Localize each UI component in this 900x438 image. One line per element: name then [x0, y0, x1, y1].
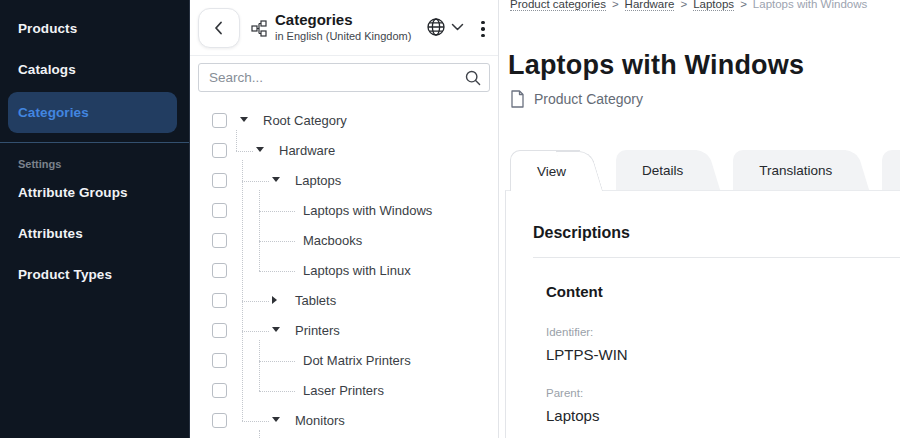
breadcrumb-separator: > — [680, 0, 687, 10]
collapse-toggle-icon[interactable] — [256, 147, 264, 152]
content-block: Content Identifier:LPTPS-WINParent:Lapto… — [533, 258, 900, 424]
content-heading: Content — [546, 283, 900, 300]
main-content: Product categories>Hardware>Laptops>Lapt… — [499, 0, 900, 438]
document-icon — [510, 90, 525, 108]
tree-connector-line — [242, 160, 243, 421]
tree-node-label[interactable]: Laser Printers — [303, 383, 384, 398]
tree-checkbox-root-category[interactable] — [212, 113, 227, 128]
tree-row-laptops-with-linux: Laptops with Linux — [190, 256, 499, 286]
breadcrumb-current: Laptops with Windows — [753, 0, 867, 10]
tree-row-laptops: Laptops — [190, 166, 499, 196]
tree-connector-line — [242, 301, 269, 302]
tree-connector-line — [259, 241, 295, 242]
tree-row-tablets: Tablets — [190, 286, 499, 316]
tree-checkbox-laser-printers[interactable] — [212, 383, 227, 398]
tab-url[interactable]: URL — [882, 150, 900, 190]
field-label-parent: Parent: — [546, 387, 900, 399]
sidebar-item-attributes[interactable]: Attributes — [0, 213, 189, 254]
sidebar-item-categories[interactable]: Categories — [8, 92, 177, 133]
category-tree: Root CategoryHardwareLaptopsLaptops with… — [190, 106, 499, 438]
breadcrumb-link-laptops[interactable]: Laptops — [693, 0, 734, 11]
collapse-toggle-icon[interactable] — [240, 117, 248, 122]
page-subtitle-label: Product Category — [534, 91, 643, 107]
tree-row-printers: Printers — [190, 316, 499, 346]
tree-node-label[interactable]: Dot Matrix Printers — [303, 353, 411, 368]
tab-details[interactable]: Details — [616, 150, 697, 190]
tree-connector-line — [259, 391, 295, 392]
tab-label: Details — [642, 163, 683, 178]
search-icon — [465, 70, 481, 86]
tree-connector-line — [259, 271, 295, 272]
tree-node-label[interactable]: Root Category — [263, 113, 347, 128]
tree-node-label[interactable]: Laptops with Linux — [303, 263, 411, 278]
tab-bar: ViewDetailsTranslationsURL — [510, 150, 900, 191]
tree-connector-line — [242, 331, 269, 332]
tree-checkbox-monitors[interactable] — [212, 413, 227, 428]
tree-node-label[interactable]: Hardware — [279, 143, 335, 158]
tree-connector-line — [242, 421, 269, 422]
tree-checkbox-macbooks[interactable] — [212, 233, 227, 248]
tree-checkbox-laptops-with-windows[interactable] — [212, 203, 227, 218]
globe-icon[interactable] — [426, 17, 446, 37]
tree-node-label[interactable]: Tablets — [295, 293, 336, 308]
tree-node-label[interactable]: Monitors — [295, 413, 345, 428]
collapse-toggle-icon[interactable] — [272, 417, 280, 422]
kebab-menu-icon[interactable] — [477, 17, 489, 41]
tree-panel-titles: Categories in English (United Kingdom) — [275, 11, 425, 43]
sidebar: ProductsCatalogsCategories Settings Attr… — [0, 0, 190, 438]
tree-panel-title: Categories — [275, 11, 425, 29]
search-input[interactable] — [198, 63, 490, 92]
expand-toggle-icon[interactable] — [272, 296, 277, 304]
page-subtitle: Product Category — [510, 90, 643, 108]
breadcrumb-link-hardware[interactable]: Hardware — [625, 0, 675, 11]
breadcrumb-separator: > — [740, 0, 747, 10]
page-title: Laptops with Windows — [508, 50, 804, 81]
tab-panel-view: Descriptions Content Identifier:LPTPS-WI… — [505, 190, 900, 438]
chevron-down-icon[interactable] — [451, 23, 464, 32]
sidebar-item-attribute-groups[interactable]: Attribute Groups — [0, 172, 189, 213]
breadcrumb-link-product-categories[interactable]: Product categories — [510, 0, 606, 11]
category-tree-panel: Categories in English (United Kingdom) — [190, 0, 499, 438]
tree-row-macbooks: Macbooks — [190, 226, 499, 256]
tree-connector-line — [259, 340, 260, 391]
breadcrumb: Product categories>Hardware>Laptops>Lapt… — [510, 0, 900, 11]
tree-search — [198, 63, 490, 92]
content-fields: Identifier:LPTPS-WINParent:Laptops — [546, 326, 900, 424]
tree-connector-line — [259, 211, 295, 212]
tree-checkbox-laptops-with-linux[interactable] — [212, 263, 227, 278]
sidebar-item-product-types[interactable]: Product Types — [0, 254, 189, 295]
tree-node-label[interactable]: Macbooks — [303, 233, 362, 248]
back-button[interactable] — [198, 8, 240, 48]
sidebar-item-catalogs[interactable]: Catalogs — [0, 49, 189, 90]
tree-connector-line — [259, 430, 260, 438]
tree-connector-line — [236, 151, 253, 152]
sidebar-main-nav: ProductsCatalogsCategories — [0, 8, 189, 133]
tree-checkbox-laptops[interactable] — [212, 173, 227, 188]
tree-row-laser-printers: Laser Printers — [190, 376, 499, 406]
tree-node-label[interactable]: Laptops with Windows — [303, 203, 432, 218]
tree-checkbox-hardware[interactable] — [212, 143, 227, 158]
tree-checkbox-tablets[interactable] — [212, 293, 227, 308]
app-root: ProductsCatalogsCategories Settings Attr… — [0, 0, 900, 438]
collapse-toggle-icon[interactable] — [272, 327, 280, 332]
tree-row-laptops-with-windows: Laptops with Windows — [190, 196, 499, 226]
tree-connector-line — [242, 181, 269, 182]
sidebar-section-label: Settings — [0, 143, 189, 172]
section-title: Descriptions — [533, 224, 900, 242]
sidebar-item-products[interactable]: Products — [0, 8, 189, 49]
tab-view[interactable]: View — [510, 150, 580, 191]
collapse-toggle-icon[interactable] — [272, 177, 280, 182]
hierarchy-icon — [251, 20, 267, 37]
sidebar-settings-nav: Attribute GroupsAttributesProduct Types — [0, 172, 189, 295]
tree-panel-header: Categories in English (United Kingdom) — [190, 0, 498, 56]
tree-checkbox-printers[interactable] — [212, 323, 227, 338]
field-label-identifier: Identifier: — [546, 326, 900, 338]
tree-node-label[interactable]: Laptops — [295, 173, 341, 188]
tree-row-dot-matrix-printers: Dot Matrix Printers — [190, 346, 499, 376]
tree-node-label[interactable]: Printers — [295, 323, 340, 338]
breadcrumb-separator: > — [612, 0, 619, 10]
tree-connector-line — [259, 361, 295, 362]
tab-label: Translations — [759, 163, 832, 178]
tab-translations[interactable]: Translations — [733, 150, 846, 190]
tree-checkbox-dot-matrix-printers[interactable] — [212, 353, 227, 368]
